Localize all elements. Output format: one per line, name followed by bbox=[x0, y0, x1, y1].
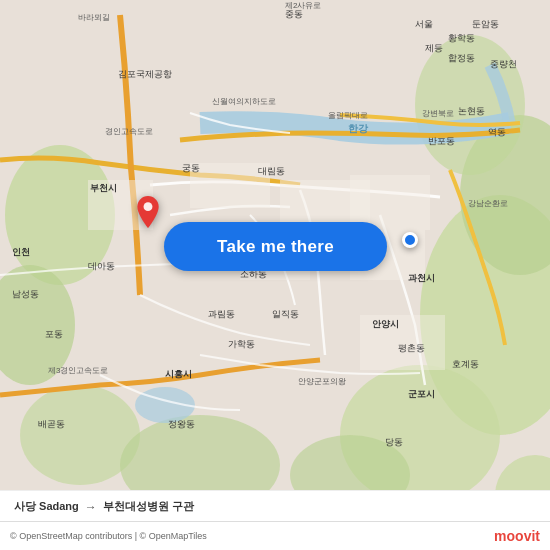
moovit-logo: moovit bbox=[494, 528, 540, 544]
route-bar: 사당 Sadang → 부천대성병원 구관 bbox=[0, 490, 550, 522]
route-arrow: → bbox=[85, 500, 97, 514]
svg-rect-18 bbox=[360, 315, 445, 370]
svg-point-19 bbox=[144, 202, 153, 211]
map-container: 중동 서울 황학동 제2사유로 바라뫼길 둔암동 제등 합정동 중량천 올림픽대… bbox=[0, 0, 550, 550]
take-me-there-button[interactable]: Take me there bbox=[164, 222, 387, 271]
moovit-brand-text: moovit bbox=[494, 528, 540, 544]
bottom-bar: © OpenStreetMap contributors | © OpenMap… bbox=[0, 521, 550, 550]
blue-dot-marker bbox=[402, 232, 418, 248]
route-to: 부천대성병원 구관 bbox=[103, 499, 194, 514]
attribution-text: © OpenStreetMap contributors | © OpenMap… bbox=[10, 531, 207, 541]
button-label: Take me there bbox=[217, 237, 334, 257]
red-pin-marker bbox=[136, 196, 160, 232]
svg-rect-13 bbox=[190, 163, 270, 208]
route-from: 사당 Sadang bbox=[14, 499, 79, 514]
